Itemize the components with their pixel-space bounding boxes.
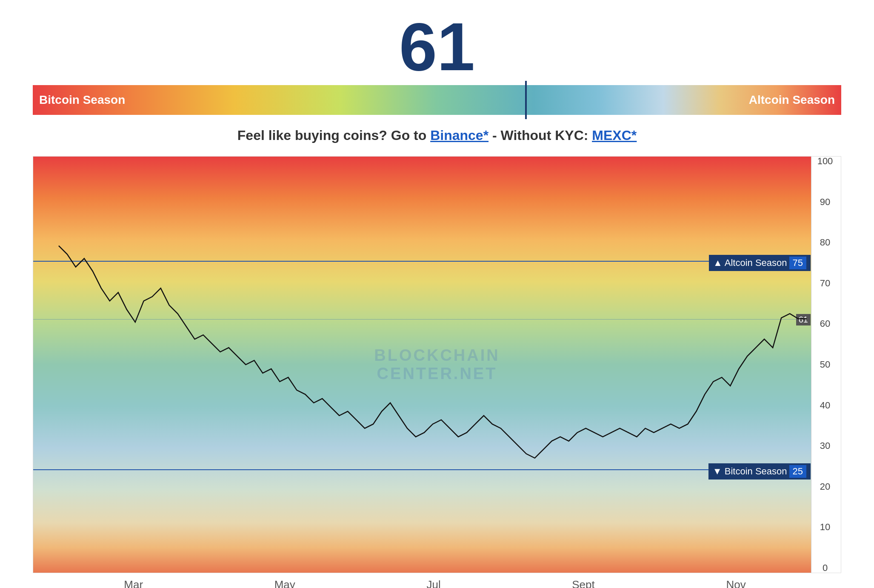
gauge-bar: Bitcoin Season Altcoin Season (33, 85, 841, 115)
y-label-30: 30 (811, 441, 841, 451)
y-axis: 100 90 80 70 60 50 40 30 20 10 0 (811, 157, 841, 573)
y-label-20: 20 (811, 482, 841, 491)
y-label-40: 40 (811, 401, 841, 410)
chart-svg (33, 157, 841, 573)
x-label-may: May (274, 578, 295, 588)
x-label-mar: Mar (124, 578, 143, 588)
gauge-bar-container: Bitcoin Season Altcoin Season (33, 85, 841, 115)
binance-link[interactable]: Binance* (430, 128, 488, 143)
gauge-right-label: Altcoin Season (749, 93, 835, 107)
y-label-70: 70 (811, 279, 841, 288)
y-label-60: 60 (811, 319, 841, 328)
score-display: 61 (399, 13, 475, 81)
x-axis: Mar May Jul Sept Nov (33, 573, 841, 588)
y-label-80: 80 (811, 238, 841, 247)
cta-text: Feel like buying coins? Go to Binance* -… (237, 128, 637, 143)
y-label-0: 0 (811, 563, 841, 573)
gauge-left-label: Bitcoin Season (39, 93, 125, 107)
x-label-jul: Jul (426, 578, 440, 588)
x-label-nov: Nov (726, 578, 745, 588)
y-label-50: 50 (811, 360, 841, 369)
cta-prefix: Feel like buying coins? Go to (237, 128, 430, 143)
x-label-sept: Sept (572, 578, 595, 588)
chart-outer: BLOCKCHAINCENTER.NET ▲ Altcoin Season 75… (33, 156, 841, 573)
mexc-link[interactable]: MEXC* (592, 128, 637, 143)
y-label-100: 100 (811, 157, 841, 166)
gauge-needle (525, 81, 527, 119)
page-container: 61 Bitcoin Season Altcoin Season Feel li… (0, 0, 874, 588)
y-label-10: 10 (811, 522, 841, 532)
y-label-90: 90 (811, 197, 841, 207)
cta-middle: - Without KYC: (492, 128, 592, 143)
